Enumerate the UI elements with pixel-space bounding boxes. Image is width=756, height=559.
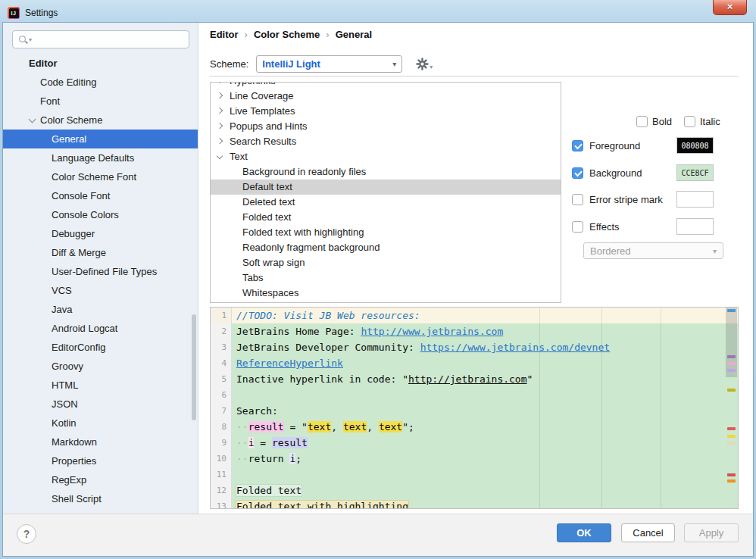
sidebar-item-color-scheme[interactable]: Color Scheme [3,111,198,130]
option-folded-text[interactable]: Folded text [211,210,561,225]
line-code: //TODO: Visit JB Web resources: [232,308,420,323]
effects-checkbox[interactable] [572,221,583,233]
close-button[interactable]: × [713,0,747,15]
code-segment: ; [295,453,301,464]
chevron-right-icon[interactable] [217,92,223,98]
italic-checkbox[interactable] [684,116,695,127]
sidebar-item-json[interactable]: JSON [3,395,198,414]
option-hyperlinks[interactable]: Hyperlinks [211,82,561,89]
error-stripe-mark-checkbox[interactable] [572,194,583,205]
option-popups-and-hints[interactable]: Popups and Hints [211,119,561,134]
option-search-results[interactable]: Search Results [211,134,561,149]
sidebar-item-language-defaults[interactable]: Language Defaults [3,148,198,167]
sidebar-item-editorconfig[interactable]: EditorConfig [3,338,198,357]
chevron-right-icon[interactable] [217,123,223,129]
sidebar-item-editor[interactable]: Editor [3,54,198,73]
option-whitespaces[interactable]: Whitespaces [211,286,561,301]
preview-line-12: 12Folded text [211,482,738,498]
option-background-in-readonly-files[interactable]: Background in readonly files [211,164,561,180]
option-live-templates[interactable]: Live Templates [211,104,561,119]
sidebar-item-general[interactable]: General [3,130,198,148]
sidebar-item-console-font[interactable]: Console Font [3,186,198,205]
sidebar-item-shell-script[interactable]: Shell Script [3,489,198,508]
scheme-actions-button[interactable]: ▾ [416,58,433,70]
breadcrumb-item[interactable]: Color Scheme [254,29,320,40]
code-segment: http://jetbrains.com [408,373,527,385]
chevron-right-icon[interactable] [217,138,223,144]
sidebar-item-kotlin[interactable]: Kotlin [3,414,198,433]
foreground-color-swatch[interactable]: 080808 [676,137,714,154]
breadcrumb-item[interactable]: General [336,29,372,40]
error-stripe-mark-color-swatch[interactable] [676,191,714,208]
sidebar-item-properties[interactable]: Properties [3,451,198,470]
foreground-checkbox[interactable] [572,140,583,151]
background-checkbox[interactable] [572,167,583,179]
scrollbar-thumb[interactable] [726,308,737,377]
sidebar-item-font[interactable]: Font [3,92,198,111]
option-line-coverage[interactable]: Line Coverage [211,89,561,104]
sidebar-item-markdown[interactable]: Markdown [3,433,198,451]
header-separator [210,76,739,77]
code-segment: ·· [236,453,248,464]
color-scheme-preview[interactable]: 1//TODO: Visit JB Web resources:2JetBrai… [210,307,739,509]
sidebar-item-regexp[interactable]: RegExp [3,470,198,489]
option-tabs[interactable]: Tabs [211,270,561,286]
option-soft-wrap-sign[interactable]: Soft wrap sign [211,255,561,270]
attr-row-effects: Effects [572,218,739,235]
sidebar-scrollbar[interactable] [192,314,196,420]
background-color-swatch[interactable]: CCE8CF [676,164,714,181]
ok-button[interactable]: OK [557,523,611,542]
bold-checkbox[interactable] [636,116,648,127]
sidebar-item-html[interactable]: HTML [3,376,198,395]
preview-line-3: 3JetBrains Developer Community: https://… [211,339,738,355]
line-number: 13 [211,498,232,509]
line-code: ··i = result [232,435,308,451]
error-stripe-mark [727,309,736,312]
code-segment: " [527,373,533,385]
line-number: 2 [211,323,232,339]
line-code: Search: [232,403,278,419]
gear-icon [416,58,429,70]
chevron-down-icon[interactable] [217,153,223,159]
italic-label: Italic [700,116,720,127]
sidebar-item-console-colors[interactable]: Console Colors [3,205,198,224]
option-deleted-text[interactable]: Deleted text [211,195,561,210]
option-text[interactable]: Text [211,149,561,164]
error-stripe-scrollbar[interactable] [726,308,737,508]
line-number: 9 [211,435,232,451]
search-history-chevron-icon[interactable]: ▾ [29,36,32,43]
option-default-text[interactable]: Default text [211,180,561,195]
help-button[interactable]: ? [17,524,36,544]
sidebar-item-color-scheme-font[interactable]: Color Scheme Font [3,167,198,186]
preview-line-6: 6 [211,387,738,403]
option-folded-text-with-highlighting[interactable]: Folded text with highlighting [211,225,561,240]
code-segment: result [272,437,308,448]
chevron-down-icon[interactable] [29,116,36,123]
sidebar-item-xml[interactable]: XML [3,508,198,514]
sidebar-item-user-defined-file-types[interactable]: User-Defined File Types [3,262,198,281]
effects-color-swatch[interactable] [676,218,714,235]
code-segment: = " [284,421,308,433]
chevron-right-icon[interactable] [217,108,223,114]
breadcrumb-separator-icon: › [326,29,329,40]
settings-search-input[interactable]: ▾ [12,30,189,48]
sidebar-item-debugger[interactable]: Debugger [3,224,198,243]
chevron-right-icon[interactable] [217,82,223,83]
sidebar-item-groovy[interactable]: Groovy [3,357,198,376]
effect-type-select[interactable]: Bordered ▾ [583,242,723,259]
sidebar-item-android-logcat[interactable]: Android Logcat [3,319,198,338]
sidebar-item-java[interactable]: Java [3,300,198,319]
code-segment: https://www.jetbrains.com/devnet [420,342,610,353]
cancel-button[interactable]: Cancel [621,523,675,542]
titlebar[interactable]: IJ Settings [3,3,753,23]
code-segment: , [367,421,379,433]
scheme-select[interactable]: IntelliJ Light ▾ [256,55,402,73]
apply-button[interactable]: Apply [684,523,739,542]
option-readonly-fragment-background[interactable]: Readonly fragment background [211,240,561,255]
breadcrumb-item[interactable]: Editor [210,29,239,40]
sidebar-item-code-editing[interactable]: Code Editing [3,73,198,92]
sidebar-item-vcs[interactable]: VCS [3,281,198,300]
attr-label: Error stripe mark [589,194,663,205]
sidebar-item-diff-merge[interactable]: Diff & Merge [3,243,198,262]
breadcrumb: Editor›Color Scheme›General [210,29,372,40]
